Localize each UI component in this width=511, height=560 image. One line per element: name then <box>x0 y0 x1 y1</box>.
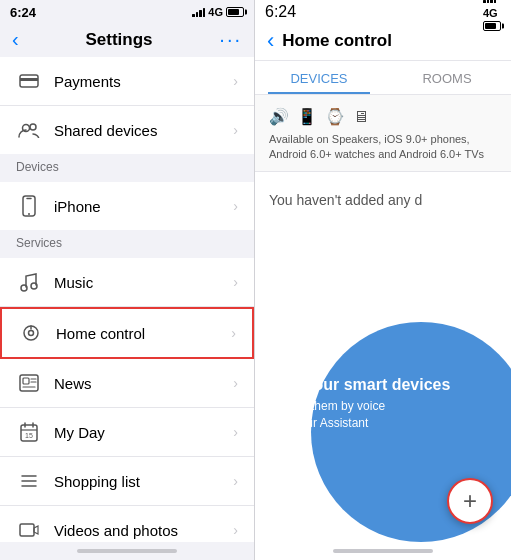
home-control-chevron-icon: › <box>231 325 236 341</box>
speaker-icon: 🔊 <box>269 107 289 126</box>
shopping-list-chevron-icon: › <box>233 473 238 489</box>
phone-icon: 📱 <box>297 107 317 126</box>
right-network-label: 4G <box>483 7 498 19</box>
left-status-icons: 4G <box>192 6 244 18</box>
watch-icon: ⌚ <box>325 107 345 126</box>
empty-message: You haven't added any d <box>255 172 511 228</box>
payments-chevron-icon: › <box>233 73 238 89</box>
list-item-shopping-list[interactable]: Shopping list › <box>0 457 254 506</box>
iphone-label: iPhone <box>54 198 233 215</box>
payments-label: Payments <box>54 73 233 90</box>
svg-rect-25 <box>20 524 34 536</box>
tabs-bar: DEVICES ROOMS <box>255 61 511 95</box>
left-panel: 6:24 4G ‹ Settings ··· <box>0 0 255 560</box>
tab-rooms[interactable]: ROOMS <box>383 61 511 94</box>
top-group: Payments › Shared devices › <box>0 57 254 154</box>
add-devices-subtitle: Control them by voicewith your Assistant <box>269 398 450 432</box>
left-time: 6:24 <box>10 5 36 20</box>
music-icon <box>16 269 42 295</box>
right-time: 6:24 <box>265 3 296 21</box>
shared-devices-label: Shared devices <box>54 122 233 139</box>
devices-section-label: Devices <box>0 154 254 176</box>
right-status-icons: 4G <box>483 0 501 31</box>
svg-point-8 <box>31 283 37 289</box>
left-status-bar: 6:24 4G <box>0 0 254 22</box>
device-icons-row: 🔊 📱 ⌚ 🖥 <box>269 107 497 126</box>
shopping-list-label: Shopping list <box>54 473 233 490</box>
list-item-iphone[interactable]: iPhone › <box>0 182 254 230</box>
videos-photos-icon <box>16 517 42 542</box>
devices-group: iPhone › <box>0 182 254 230</box>
signal-bars-icon <box>192 7 205 17</box>
list-item-payments[interactable]: Payments › <box>0 57 254 106</box>
my-day-icon: 15 <box>16 419 42 445</box>
battery-icon <box>226 7 244 17</box>
videos-photos-chevron-icon: › <box>233 522 238 538</box>
right-nav-title: Home control <box>282 31 392 51</box>
left-home-indicator <box>0 542 254 560</box>
more-options-icon[interactable]: ··· <box>219 28 242 51</box>
right-signal-bars-icon <box>483 0 501 3</box>
add-device-fab-button[interactable]: + <box>447 478 493 524</box>
right-status-bar: 6:24 4G <box>255 0 511 22</box>
payments-icon <box>16 68 42 94</box>
services-section-label: Services <box>0 230 254 252</box>
svg-text:15: 15 <box>25 432 33 439</box>
shared-devices-icon <box>16 117 42 143</box>
right-panel: 6:24 4G ‹ Home control DEVICES ROOMS <box>255 0 511 560</box>
home-control-icon <box>18 320 44 346</box>
tab-rooms-label: ROOMS <box>422 71 471 86</box>
music-chevron-icon: › <box>233 274 238 290</box>
left-back-button[interactable]: ‹ <box>12 28 19 51</box>
devices-description: Available on Speakers, iOS 9.0+ phones, … <box>269 132 497 163</box>
videos-photos-label: Videos and photos <box>54 522 233 539</box>
svg-point-3 <box>30 124 36 130</box>
settings-list: Payments › Shared devices › Devices <box>0 57 254 542</box>
add-icon: + <box>463 487 477 515</box>
right-battery-icon <box>483 21 501 31</box>
right-nav-bar: ‹ Home control <box>255 22 511 61</box>
services-section-divider: Services <box>0 230 254 258</box>
svg-point-10 <box>29 331 34 336</box>
right-home-indicator <box>255 542 511 560</box>
back-chevron-icon: ‹ <box>12 28 19 51</box>
my-day-chevron-icon: › <box>233 424 238 440</box>
iphone-icon <box>16 193 42 219</box>
list-item-shared-devices[interactable]: Shared devices › <box>0 106 254 154</box>
list-item-music[interactable]: Music › <box>0 258 254 307</box>
devices-info: 🔊 📱 ⌚ 🖥 Available on Speakers, iOS 9.0+ … <box>255 95 511 172</box>
list-item-news[interactable]: News › <box>0 359 254 408</box>
home-control-label: Home control <box>56 325 231 342</box>
list-item-videos-photos[interactable]: Videos and photos › <box>0 506 254 542</box>
services-group: Music › Home control › <box>0 258 254 542</box>
news-label: News <box>54 375 233 392</box>
music-label: Music <box>54 274 233 291</box>
news-icon <box>16 370 42 396</box>
svg-point-7 <box>21 285 27 291</box>
news-chevron-icon: › <box>233 375 238 391</box>
right-home-bar <box>333 549 433 553</box>
network-label: 4G <box>208 6 223 18</box>
svg-rect-13 <box>23 378 29 384</box>
shared-devices-chevron-icon: › <box>233 122 238 138</box>
svg-point-6 <box>28 213 30 215</box>
svg-rect-1 <box>20 78 38 81</box>
devices-section-divider: Devices <box>0 154 254 182</box>
list-item-my-day[interactable]: 15 My Day › <box>0 408 254 457</box>
tv-icon: 🖥 <box>353 108 369 126</box>
iphone-chevron-icon: › <box>233 198 238 214</box>
main-content: You haven't added any d Add your smart d… <box>255 172 511 542</box>
tab-devices[interactable]: DEVICES <box>255 61 383 94</box>
left-nav-title: Settings <box>85 30 152 50</box>
list-item-home-control[interactable]: Home control › <box>0 307 254 359</box>
left-home-bar <box>77 549 177 553</box>
right-back-button[interactable]: ‹ <box>267 28 274 54</box>
left-nav-bar: ‹ Settings ··· <box>0 22 254 57</box>
tab-devices-label: DEVICES <box>290 71 347 86</box>
shopping-list-icon <box>16 468 42 494</box>
add-devices-text: Add your smart devices Control them by v… <box>269 376 450 432</box>
my-day-label: My Day <box>54 424 233 441</box>
add-devices-title: Add your smart devices <box>269 376 450 394</box>
